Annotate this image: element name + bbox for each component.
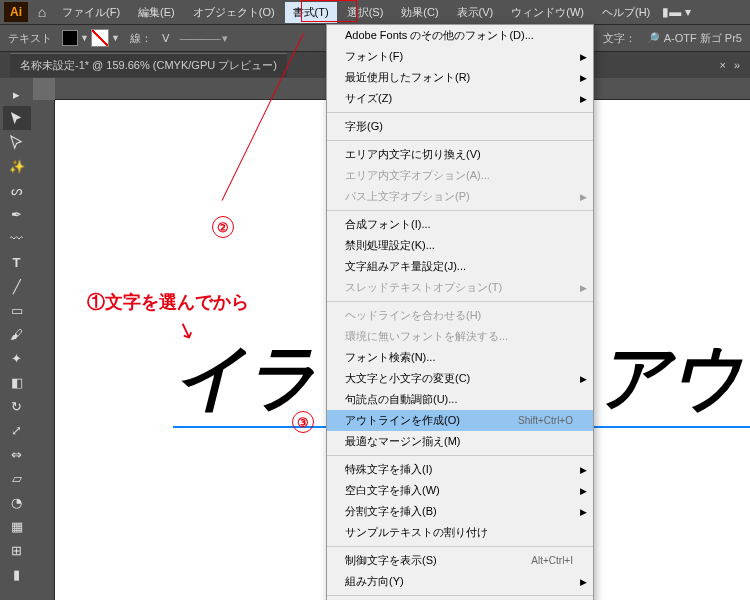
menubar: Ai ⌂ ファイル(F)編集(E)オブジェクト(O)書式(T)選択(S)効果(C… <box>0 0 750 24</box>
tab-overflow-icon[interactable]: » <box>734 59 740 71</box>
shape-builder-tool[interactable]: ◔ <box>3 490 31 514</box>
submenu-arrow-icon: ▶ <box>580 486 587 496</box>
font-field[interactable]: 🔎A-OTF 新ゴ Pr5 <box>646 31 742 46</box>
tool-tab-icon[interactable]: ▸ <box>3 82 31 106</box>
menu-item: エリア内文字オプション(A)... <box>327 165 593 186</box>
menu-item[interactable]: 字形(G) <box>327 116 593 137</box>
type-tool[interactable]: T <box>3 250 31 274</box>
app-logo: Ai <box>4 2 28 22</box>
scale-tool[interactable]: ⤢ <box>3 418 31 442</box>
menu-ウィンドウ[interactable]: ウィンドウ(W) <box>503 2 592 23</box>
stroke-label: 線： <box>130 31 152 46</box>
menu-item[interactable]: エリア内文字に切り換え(V) <box>327 144 593 165</box>
pen-tool[interactable]: ✒ <box>3 202 31 226</box>
submenu-arrow-icon: ▶ <box>580 465 587 475</box>
menu-書式[interactable]: 書式(T) <box>285 2 337 23</box>
menu-編集[interactable]: 編集(E) <box>130 2 183 23</box>
menu-表示[interactable]: 表示(V) <box>449 2 502 23</box>
perspective-tool[interactable]: ▦ <box>3 514 31 538</box>
menu-item[interactable]: 空白文字を挿入(W)▶ <box>327 480 593 501</box>
stroke-swatch[interactable] <box>91 29 109 47</box>
submenu-arrow-icon: ▶ <box>580 577 587 587</box>
menu-item: パス上文字オプション(P)▶ <box>327 186 593 207</box>
menu-item[interactable]: 合成フォント(I)... <box>327 214 593 235</box>
menu-オブジェクト[interactable]: オブジェクト(O) <box>185 2 283 23</box>
rotate-tool[interactable]: ↻ <box>3 394 31 418</box>
line-tool[interactable]: ╱ <box>3 274 31 298</box>
menu-item: ヘッドラインを合わせる(H) <box>327 305 593 326</box>
menu-item[interactable]: 最適なマージン揃え(M) <box>327 431 593 452</box>
search-icon: 🔎 <box>646 32 660 45</box>
menu-item[interactable]: 分割文字を挿入(B)▶ <box>327 501 593 522</box>
fill-swatch[interactable] <box>62 30 78 46</box>
menu-item[interactable]: 最近使用したフォント(R)▶ <box>327 67 593 88</box>
lasso-tool[interactable]: ᔕ <box>3 178 31 202</box>
direct-selection-tool[interactable] <box>3 130 31 154</box>
document-tab[interactable]: 名称未設定-1* @ 159.66% (CMYK/GPU プレビュー) <box>10 53 287 77</box>
rectangle-tool[interactable]: ▭ <box>3 298 31 322</box>
gradient-tool[interactable]: ▮ <box>3 562 31 586</box>
tab-close-icon[interactable]: × <box>719 59 725 71</box>
mesh-tool[interactable]: ⊞ <box>3 538 31 562</box>
selection-tool[interactable] <box>3 106 31 130</box>
paintbrush-tool[interactable]: 🖌 <box>3 322 31 346</box>
ruler-vertical <box>33 100 55 600</box>
width-tool[interactable]: ⇔ <box>3 442 31 466</box>
menu-item[interactable]: 制御文字を表示(S)Alt+Ctrl+I <box>327 550 593 571</box>
menu-item[interactable]: 文字組みアキ量設定(J)... <box>327 256 593 277</box>
free-transform-tool[interactable]: ▱ <box>3 466 31 490</box>
submenu-arrow-icon: ▶ <box>580 73 587 83</box>
eraser-tool[interactable]: ◧ <box>3 370 31 394</box>
submenu-arrow-icon: ▶ <box>580 374 587 384</box>
menu-item[interactable]: Adobe Fonts のその他のフォント(D)... <box>327 25 593 46</box>
annotation-step-1: ①文字を選んでから <box>87 290 249 314</box>
menu-item[interactable]: 禁則処理設定(K)... <box>327 235 593 256</box>
menu-item[interactable]: アウトラインを作成(O)Shift+Ctrl+O <box>327 410 593 431</box>
menu-item[interactable]: 句読点の自動調節(U)... <box>327 389 593 410</box>
menu-item[interactable]: サンプルテキストの割り付け <box>327 522 593 543</box>
menu-ヘルプ[interactable]: ヘルプ(H) <box>594 2 658 23</box>
menu-item[interactable]: 特殊文字を挿入(I)▶ <box>327 459 593 480</box>
submenu-arrow-icon: ▶ <box>580 507 587 517</box>
menu-item[interactable]: フォント検索(N)... <box>327 347 593 368</box>
chevron-down-icon[interactable]: ▼ <box>111 33 120 43</box>
toolbar: ▸ ✨ ᔕ ✒ 〰 T ╱ ▭ 🖌 ✦ ◧ ↻ ⤢ ⇔ ▱ ◔ ▦ ⊞ ▮ <box>0 78 33 600</box>
submenu-arrow-icon: ▶ <box>580 192 587 202</box>
menu-item: スレッドテキストオプション(T)▶ <box>327 277 593 298</box>
menu-効果[interactable]: 効果(C) <box>393 2 446 23</box>
submenu-arrow-icon: ▶ <box>580 283 587 293</box>
type-menu: Adobe Fonts のその他のフォント(D)...フォント(F)▶最近使用し… <box>326 24 594 600</box>
menu-item[interactable]: サイズ(Z)▶ <box>327 88 593 109</box>
menu-item[interactable]: 大文字と小文字の変更(C)▶ <box>327 368 593 389</box>
menu-item[interactable]: フォント(F)▶ <box>327 46 593 67</box>
chevron-down-icon[interactable]: ▼ <box>80 33 89 43</box>
workspace-switcher-icon[interactable]: ▮▬ ▾ <box>662 5 690 19</box>
stroke-style-field[interactable]: ———— ▾ <box>180 32 227 45</box>
menu-item: 環境に無いフォントを解決する... <box>327 326 593 347</box>
menu-選択[interactable]: 選択(S) <box>339 2 392 23</box>
shaper-tool[interactable]: ✦ <box>3 346 31 370</box>
menu-ファイル[interactable]: ファイル(F) <box>54 2 128 23</box>
stroke-weight-field[interactable]: ᐯ <box>162 32 170 45</box>
submenu-arrow-icon: ▶ <box>580 94 587 104</box>
annotation-step-3: ③ <box>292 411 314 433</box>
submenu-arrow-icon: ▶ <box>580 52 587 62</box>
home-icon[interactable]: ⌂ <box>32 4 52 20</box>
magic-wand-tool[interactable]: ✨ <box>3 154 31 178</box>
annotation-step-2: ② <box>212 216 234 238</box>
mode-label: テキスト <box>8 31 52 46</box>
curvature-tool[interactable]: 〰 <box>3 226 31 250</box>
menu-item[interactable]: 組み方向(Y)▶ <box>327 571 593 592</box>
char-label: 文字： <box>603 31 636 46</box>
